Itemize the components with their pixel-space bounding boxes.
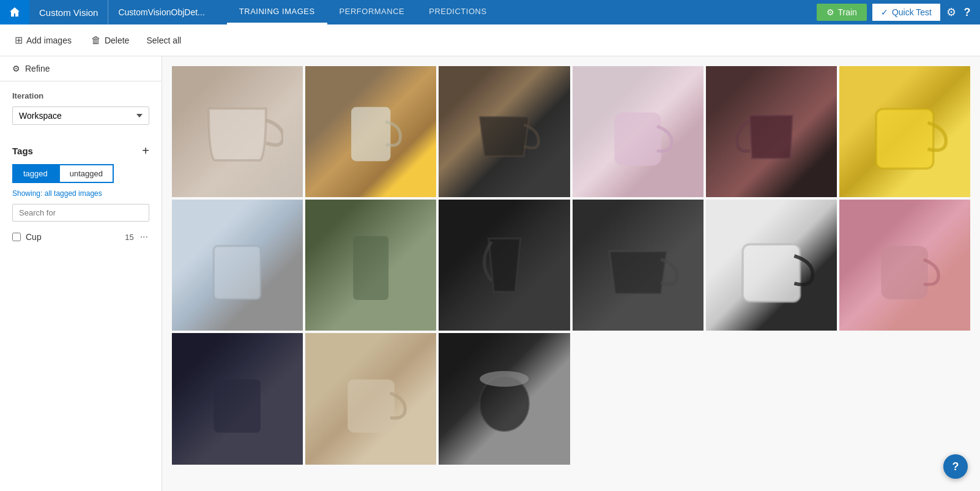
select-all-button[interactable]: Select all: [146, 36, 181, 45]
gear-icon: ⚙: [826, 7, 834, 17]
image-toolbar: ⊞ Add images 🗑 Delete Select all: [0, 24, 980, 56]
nav-tabs: TRAINING IMAGES PERFORMANCE PREDICTIONS: [227, 0, 817, 24]
image-area: [162, 56, 980, 491]
image-cell[interactable]: [839, 200, 970, 331]
image-cell[interactable]: [305, 333, 436, 464]
home-button[interactable]: [0, 0, 29, 24]
iteration-select[interactable]: Workspace: [12, 107, 149, 125]
project-name[interactable]: CustomVisionObjDet...: [108, 0, 214, 24]
tagged-filter-button[interactable]: tagged: [12, 164, 59, 183]
mug-image-12: [839, 200, 970, 331]
check-icon: ✓: [881, 7, 888, 17]
main-layout: ⚙ Refine Iteration Workspace Tags + tagg…: [0, 56, 980, 491]
showing-text: Showing: all tagged images: [12, 189, 149, 198]
image-cell[interactable]: [439, 333, 570, 464]
help-button[interactable]: ?: [943, 454, 968, 479]
refine-section[interactable]: ⚙ Refine: [0, 56, 161, 81]
image-cell[interactable]: [706, 66, 837, 197]
delete-icon: 🗑: [91, 35, 101, 46]
svg-point-10: [480, 371, 529, 387]
mug-image-8: [305, 200, 436, 331]
image-cell[interactable]: [439, 200, 570, 331]
untagged-filter-button[interactable]: untagged: [59, 164, 114, 183]
train-button[interactable]: ⚙ Train: [817, 4, 867, 21]
svg-rect-7: [214, 380, 261, 433]
refine-icon: ⚙: [12, 64, 20, 73]
iteration-label: Iteration: [12, 91, 149, 100]
add-images-button[interactable]: ⊞ Add images: [12, 31, 74, 50]
mug-image-6: [839, 66, 970, 197]
mug-image-14: [305, 333, 436, 464]
search-input[interactable]: [12, 204, 149, 222]
mug-image-1: [172, 66, 303, 197]
image-cell[interactable]: [439, 66, 570, 197]
mug-image-13: [172, 333, 303, 464]
image-cell[interactable]: [172, 200, 303, 331]
svg-rect-1: [614, 113, 661, 166]
mug-image-10: [573, 200, 703, 331]
mug-image-5: [706, 66, 837, 197]
svg-rect-5: [743, 245, 800, 302]
image-cell[interactable]: [172, 66, 303, 197]
tag-name: Cup: [26, 232, 120, 242]
iteration-section: Iteration Workspace: [0, 81, 161, 135]
brand-name: Custom Vision: [29, 0, 108, 24]
tags-header: Tags +: [12, 144, 149, 157]
mug-image-4: [573, 66, 703, 197]
sidebar: ⚙ Refine Iteration Workspace Tags + tagg…: [0, 56, 162, 491]
mug-image-3: [439, 66, 570, 197]
image-cell[interactable]: [573, 66, 703, 197]
help-icon[interactable]: ?: [962, 7, 973, 18]
add-tag-button[interactable]: +: [142, 144, 149, 157]
mug-image-15: [439, 333, 570, 464]
image-cell[interactable]: [839, 66, 970, 197]
svg-rect-3: [214, 246, 261, 299]
svg-rect-2: [876, 109, 934, 168]
mug-image-7: [172, 200, 303, 331]
image-cell[interactable]: [573, 200, 703, 331]
image-cell[interactable]: [706, 200, 837, 331]
image-cell[interactable]: [305, 200, 436, 331]
svg-rect-8: [347, 380, 395, 433]
settings-icon[interactable]: ⚙: [946, 7, 957, 18]
top-navigation: Custom Vision CustomVisionObjDet... TRAI…: [0, 0, 980, 24]
add-images-icon: ⊞: [15, 34, 23, 46]
quick-test-button[interactable]: ✓ Quick Test: [872, 3, 941, 21]
svg-rect-0: [351, 107, 390, 161]
tags-section: Tags + tagged untagged Showing: all tagg…: [0, 135, 161, 255]
mug-image-11: [706, 200, 837, 331]
delete-button[interactable]: 🗑 Delete: [89, 31, 132, 50]
image-cell[interactable]: [172, 333, 303, 464]
top-nav-actions: ⚙ Train ✓ Quick Test ⚙ ?: [817, 3, 981, 21]
image-grid: [172, 66, 970, 465]
image-cell[interactable]: [305, 66, 436, 197]
tab-predictions[interactable]: PREDICTIONS: [417, 0, 499, 24]
tab-training-images[interactable]: TRAINING IMAGES: [227, 0, 327, 24]
mug-image-2: [305, 66, 436, 197]
cup-tag-checkbox[interactable]: [12, 233, 21, 241]
svg-rect-6: [882, 246, 929, 299]
tag-count: 15: [125, 233, 133, 242]
svg-rect-4: [353, 236, 388, 299]
tag-menu-button[interactable]: ···: [139, 231, 149, 242]
tab-performance[interactable]: PERFORMANCE: [327, 0, 417, 24]
tag-item: Cup 15 ···: [12, 229, 149, 245]
tag-filter-buttons: tagged untagged: [12, 164, 149, 183]
mug-image-9: [439, 200, 570, 331]
tags-title: Tags: [12, 146, 33, 156]
